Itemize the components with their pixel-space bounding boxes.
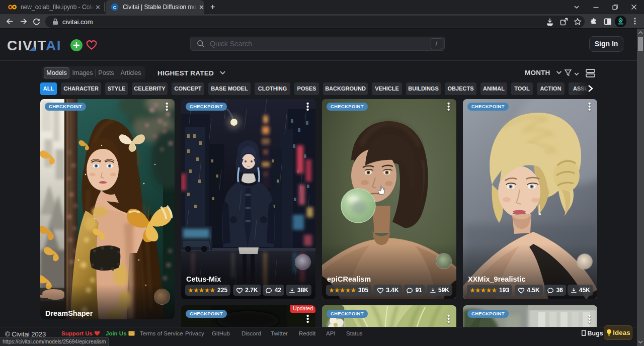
svg-text:▬: ▬ (262, 158, 270, 167)
svg-text:▪: ▪ (264, 147, 267, 156)
svg-text:▩: ▩ (262, 125, 269, 134)
svg-text:▫: ▫ (264, 169, 267, 178)
svg-text:▭: ▭ (262, 136, 269, 145)
svg-text:▮: ▮ (264, 114, 268, 123)
svg-text:C: C (113, 5, 117, 10)
